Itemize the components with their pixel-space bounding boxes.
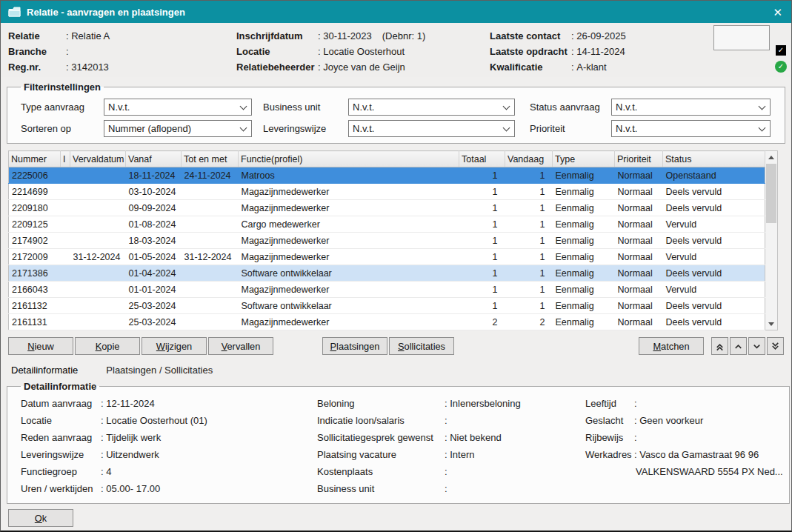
table-row[interactable]: 217490218-03-2024Magazijnmedewerker11Een… (9, 233, 765, 249)
table-row[interactable]: 220912501-08-2024Cargo medewerker11Eenma… (9, 216, 765, 233)
table-cell (70, 200, 126, 216)
column-header-functie-profiel[interactable]: Functie(profiel) (239, 151, 459, 167)
table-cell: Vervuld (663, 282, 765, 298)
info-field-inschrijfdatum: Inschrijfdatum30-11-2023(Debnr: 1) (236, 28, 490, 44)
table-cell: 2171386 (9, 265, 61, 282)
matchen-button[interactable]: Matchen (639, 337, 704, 355)
table-cell: Deels vervuld (663, 314, 765, 330)
table-cell (182, 184, 239, 200)
table-cell (61, 216, 70, 233)
filter-select-business-unit[interactable]: N.v.t. (348, 99, 515, 116)
table-cell: 1 (459, 233, 505, 249)
field-label: Beloning (317, 398, 445, 409)
detail-grid: Datum aanvraag12-11-2024LocatieLocatie O… (21, 393, 783, 497)
table-cell: 1 (459, 167, 505, 184)
table-cell (182, 265, 239, 282)
nieuw-button[interactable]: Nieuw (8, 337, 73, 355)
filter-settings-group: Filterinstellingen Type aanvraagN.v.t.Bu… (7, 82, 785, 144)
ok-button[interactable]: Ok (8, 509, 73, 527)
tab-plaatsingen-sollicitaties[interactable]: Plaatsingen / Sollicitaties (106, 365, 213, 376)
table-row[interactable]: 217200931-12-202401-05-202431-12-2024Mag… (9, 249, 765, 265)
tab-detailinformatie[interactable]: Detailinformatie (11, 365, 78, 376)
filter-select-type-aanvraag[interactable]: N.v.t. (104, 99, 252, 116)
table-row[interactable]: 220918009-09-2024Magazijnmedewerker11Een… (9, 200, 765, 216)
table-cell: 1 (505, 282, 553, 298)
column-header-type[interactable]: Type (553, 151, 615, 167)
field-label: Rijbewijs (585, 432, 634, 443)
column-header-i[interactable]: I (61, 151, 70, 167)
table-cell: 1 (505, 167, 553, 184)
scroll-up-button[interactable] (765, 151, 777, 163)
column-header-prioriteit[interactable]: Prioriteit (615, 151, 663, 167)
filter-select-leveringswijze[interactable]: N.v.t. (348, 120, 515, 137)
field-value: 30-11-2023 (318, 30, 372, 41)
column-header-vandaag[interactable]: Vandaag (505, 151, 553, 167)
table-scrollbar[interactable] (765, 150, 778, 330)
column-header-nummer[interactable]: Nummer (9, 151, 61, 167)
plaatsingen-button[interactable]: Plaatsingen (322, 337, 387, 355)
table-cell (61, 200, 70, 216)
table-cell: Eenmalig (553, 216, 615, 233)
table-cell: Eenmalig (553, 233, 615, 249)
filter-select-sorteren-op[interactable]: Nummer (aflopend) (104, 120, 252, 137)
table-cell: Eenmalig (553, 200, 615, 216)
table-row[interactable]: 216113225-03-2024Software ontwikkelaar11… (9, 298, 765, 314)
table-cell (61, 265, 70, 282)
row-down-button[interactable] (748, 337, 765, 355)
vervallen-button[interactable]: Vervallen (208, 337, 273, 355)
table-body: 222500618-11-202424-11-2024Matroos11Eenm… (9, 167, 765, 330)
field-value (445, 466, 450, 477)
button-label: Plaatsingen (329, 341, 381, 352)
detail-col-3: LeeftijdGeslachtGeen voorkeurRijbewijsWe… (585, 395, 783, 497)
triangle-down-icon (768, 322, 774, 326)
field-value: 4 (101, 466, 111, 477)
table-header-row: NummerIVervaldatumVanafTot en metFunctie… (9, 151, 765, 167)
info-field-kwalificatie: KwalificatieA-klant (490, 59, 712, 75)
table-cell (61, 184, 70, 200)
kopie-button[interactable]: Kopie (75, 337, 140, 355)
filter-select-status-aanvraag[interactable]: N.v.t. (611, 99, 771, 116)
scroll-down-button[interactable] (765, 318, 777, 330)
close-button[interactable]: ✕ (773, 7, 782, 18)
detail-info-legend: Detailinformatie (21, 381, 99, 392)
double-chevron-down-icon (770, 341, 781, 352)
table-cell: Normaal (615, 298, 663, 314)
table-cell: 2172009 (9, 249, 61, 265)
row-up-button[interactable] (730, 337, 747, 355)
checked-checkbox[interactable]: ✓ (776, 45, 786, 56)
column-header-status[interactable]: Status (663, 151, 765, 167)
button-label: Sollicitaties (396, 341, 447, 352)
table-cell: Vervuld (663, 216, 765, 233)
field-value: Locatie Oosterhout (01) (101, 415, 207, 426)
column-header-tot-en-met[interactable]: Tot en met (182, 151, 239, 167)
info-field-relatie: RelatieRelatie A (8, 28, 236, 44)
table-cell: 2209180 (9, 200, 61, 216)
table-cell (182, 233, 239, 249)
table-cell: Eenmalig (553, 282, 615, 298)
scroll-to-top-button[interactable] (711, 337, 728, 355)
wijzigen-button[interactable]: Wijzigen (142, 337, 207, 355)
record-nav-buttons (711, 337, 784, 355)
table-cell: Deels vervuld (663, 233, 765, 249)
field-value: A-klant (571, 61, 607, 73)
table-row[interactable]: 217138601-04-2024Software ontwikkelaar11… (9, 265, 765, 282)
column-header-totaal[interactable]: Totaal (459, 151, 505, 167)
table-row[interactable]: 221469903-10-2024Magazijnmedewerker11Een… (9, 184, 765, 200)
table-cell (61, 167, 70, 184)
table-row[interactable]: 222500618-11-202424-11-2024Matroos11Eenm… (9, 167, 765, 184)
column-header-vanaf[interactable]: Vanaf (126, 151, 182, 167)
table-row[interactable]: 216604301-01-2024Magazijnmedewerker11Een… (9, 282, 765, 298)
scroll-thumb[interactable] (766, 164, 776, 223)
info-field-locatie: LocatieLocatie Oosterhout (236, 44, 490, 59)
table-cell: Normaal (615, 184, 663, 200)
table-cell (70, 314, 126, 330)
field-value (634, 432, 639, 443)
field-label: Geslacht (585, 415, 634, 426)
table-row[interactable]: 216113125-03-2024Magazijnmedewerker22Een… (9, 314, 765, 330)
table-cell (182, 298, 239, 314)
column-header-vervaldatum[interactable]: Vervaldatum (70, 151, 126, 167)
scroll-to-bottom-button[interactable] (767, 337, 784, 355)
filter-select-prioriteit[interactable]: N.v.t. (611, 120, 771, 137)
table-cell: 01-04-2024 (126, 265, 182, 282)
sollicitaties-button[interactable]: Sollicitaties (389, 337, 454, 355)
